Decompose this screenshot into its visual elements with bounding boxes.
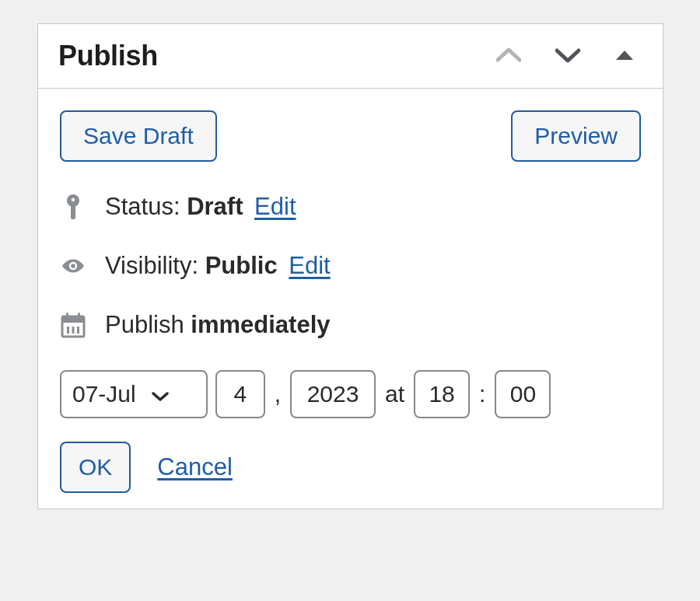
visibility-edit-link[interactable]: Edit: [289, 252, 330, 279]
svg-rect-2: [71, 205, 75, 219]
status-value: Draft: [187, 193, 243, 220]
date-at: at: [383, 381, 406, 407]
status-edit-link[interactable]: Edit: [254, 193, 296, 220]
publish-label: Publish: [105, 311, 184, 338]
ok-button[interactable]: OK: [60, 442, 131, 493]
publish-row: Publish immediately: [60, 311, 641, 339]
svg-rect-8: [78, 313, 80, 319]
cancel-link[interactable]: Cancel: [157, 453, 233, 481]
date-comma: ,: [273, 381, 282, 407]
visibility-row: Visibility: Public Edit: [60, 252, 641, 280]
top-button-row: Save Draft Preview: [60, 110, 641, 162]
month-value: 07-Jul: [72, 381, 136, 407]
minute-input[interactable]: [495, 370, 551, 418]
publish-text: Publish immediately: [105, 311, 331, 339]
action-row: OK Cancel: [60, 442, 641, 493]
svg-rect-11: [77, 327, 79, 334]
collapse-button[interactable]: [611, 46, 638, 67]
status-row: Status: Draft Edit: [60, 193, 641, 221]
visibility-value: Public: [205, 252, 278, 279]
year-input[interactable]: [290, 370, 376, 418]
month-select[interactable]: 07-Jul: [60, 370, 208, 418]
panel-header: Publish: [38, 24, 663, 89]
move-up-button[interactable]: [493, 44, 524, 68]
publish-panel: Publish Save Draft Preview: [37, 23, 663, 509]
eye-icon: [60, 253, 86, 279]
svg-point-4: [71, 264, 75, 268]
day-input[interactable]: [215, 370, 265, 418]
hour-input[interactable]: [414, 370, 470, 418]
chevron-up-icon: [496, 47, 521, 65]
svg-rect-6: [62, 316, 84, 323]
calendar-icon: [60, 312, 86, 338]
svg-rect-7: [66, 313, 68, 319]
save-draft-button[interactable]: Save Draft: [60, 110, 217, 162]
panel-title: Publish: [58, 40, 158, 72]
visibility-label: Visibility:: [105, 252, 198, 279]
triangle-up-icon: [614, 49, 635, 64]
svg-rect-9: [67, 327, 69, 334]
preview-button[interactable]: Preview: [511, 110, 641, 162]
svg-point-1: [72, 198, 75, 202]
status-label: Status:: [105, 193, 180, 220]
chevron-down-icon: [152, 381, 169, 407]
status-text: Status: Draft Edit: [105, 193, 296, 221]
publish-value: immediately: [191, 311, 330, 338]
date-row: 07-Jul , at :: [60, 370, 641, 418]
visibility-text: Visibility: Public Edit: [105, 252, 331, 280]
move-down-button[interactable]: [552, 44, 583, 68]
svg-rect-10: [72, 327, 75, 334]
panel-body: Save Draft Preview Status: Draft Edit: [38, 89, 663, 493]
key-icon: [60, 194, 86, 220]
date-colon: :: [478, 381, 487, 407]
header-controls: [493, 44, 644, 68]
chevron-down-icon: [555, 47, 580, 65]
